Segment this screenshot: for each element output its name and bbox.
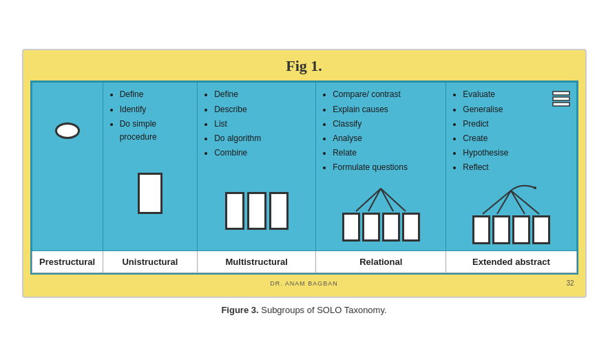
ext-diagram-inner [472, 182, 550, 244]
ext-box-3 [512, 215, 530, 244]
label-prestructural: Prestructural [32, 250, 103, 272]
stack-svg [552, 89, 571, 109]
uni-diagram [109, 145, 192, 214]
rel-item-4: Analyse [333, 132, 440, 145]
watermark-text: DR. ANAM BAGBAN [270, 280, 338, 287]
svg-rect-6 [553, 103, 569, 106]
multi-item-3: List [214, 118, 310, 131]
svg-line-9 [511, 191, 525, 214]
svg-line-10 [511, 191, 539, 214]
rel-item-1: Compare/ contrast [333, 88, 440, 101]
rel-item-5: Relate [333, 147, 440, 160]
multi-diagram [203, 161, 310, 230]
caption-text: Subgroups of SOLO Taxonomy. [261, 305, 386, 315]
ext-item-5: Hypothesise [463, 147, 570, 160]
page-wrapper: Fig 1. Define Identify [14, 49, 594, 314]
prestructural-ellipse [55, 122, 80, 139]
caption-label: Figure 3. [221, 305, 258, 315]
ext-box-2 [492, 215, 510, 244]
page-number: 32 [566, 279, 574, 287]
rel-box-3 [382, 213, 400, 242]
ext-item-6: Reflect [463, 161, 570, 174]
svg-line-0 [356, 189, 381, 211]
svg-line-3 [381, 189, 406, 211]
rel-boxes [342, 213, 420, 242]
col-multistructural: Define Describe List Do algorithm Combin… [198, 83, 316, 250]
svg-line-2 [381, 189, 393, 211]
multi-item-2: Describe [214, 103, 310, 116]
svg-line-8 [497, 191, 511, 214]
multi-box-3 [269, 192, 289, 230]
ext-diagram [452, 176, 570, 245]
table-wrapper: Define Identify Do simple procedure Defi… [30, 81, 578, 274]
rel-item-6: Formulate questions [333, 161, 440, 174]
figure-caption: Figure 3. Subgroups of SOLO Taxonomy. [221, 305, 386, 315]
col-prestructural [32, 83, 103, 250]
ext-box-1 [472, 215, 490, 244]
rel-diagram-inner [342, 185, 420, 242]
rel-item-3: Classify [333, 118, 440, 131]
uni-box [138, 173, 163, 214]
svg-rect-4 [553, 92, 569, 95]
ext-boxes [472, 215, 550, 244]
col-unistructural: Define Identify Do simple procedure [103, 83, 198, 250]
ext-box-4 [532, 215, 550, 244]
multi-box-2 [247, 192, 266, 230]
rel-box-2 [362, 213, 380, 242]
rel-box-1 [342, 213, 360, 242]
multi-item-4: Do algorithm [214, 132, 310, 145]
svg-point-11 [534, 186, 536, 189]
uni-item-3: Do simple procedure [120, 118, 192, 144]
content-row: Define Identify Do simple procedure Defi… [32, 83, 576, 250]
ext-item-4: Create [463, 132, 570, 145]
label-extended: Extended abstract [446, 250, 576, 272]
uni-bullet-list: Define Identify Do simple procedure [109, 88, 192, 144]
label-relational: Relational [316, 250, 446, 272]
multi-box-1 [225, 192, 244, 230]
rel-box-4 [402, 213, 420, 242]
rel-item-2: Explain causes [333, 103, 440, 116]
uni-item-2: Identify [120, 103, 192, 116]
multi-boxes [225, 192, 289, 230]
svg-line-1 [368, 189, 381, 211]
slide-container: Fig 1. Define Identify [22, 49, 587, 297]
svg-line-7 [483, 191, 511, 214]
slide-title: Fig 1. [30, 57, 578, 75]
rel-lines-svg [346, 185, 415, 213]
ext-lines-svg [473, 182, 549, 215]
col-relational: Compare/ contrast Explain causes Classif… [316, 83, 446, 250]
uni-item-1: Define [120, 88, 192, 101]
watermark: DR. ANAM BAGBAN [30, 277, 578, 290]
stack-icon [552, 89, 571, 111]
multi-bullet-list: Define Describe List Do algorithm Combin… [203, 88, 310, 160]
multi-item-5: Combine [214, 147, 310, 160]
label-unistructural: Unistructural [103, 250, 198, 272]
label-row: Prestructural Unistructural Multistructu… [32, 250, 576, 272]
rel-bullet-list: Compare/ contrast Explain causes Classif… [322, 88, 440, 174]
col-extended: Evaluate Generalise Predict Create Hypot… [446, 83, 576, 250]
label-multistructural: Multistructural [198, 250, 316, 272]
ext-item-3: Predict [463, 118, 570, 131]
multi-item-1: Define [214, 88, 310, 101]
solo-table: Define Identify Do simple procedure Defi… [32, 82, 577, 272]
rel-diagram [322, 176, 440, 245]
svg-rect-5 [553, 97, 569, 100]
